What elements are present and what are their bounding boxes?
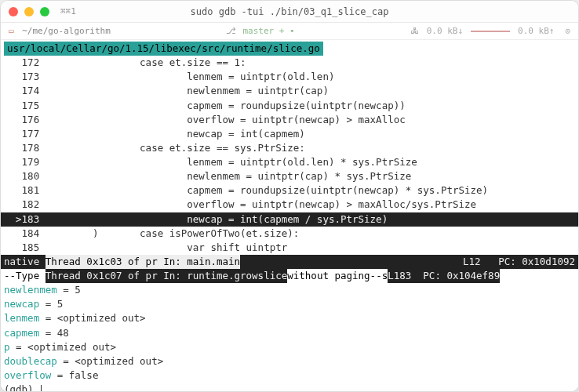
local-var: capmem = 48 [1, 326, 578, 340]
var-name: lenmem [4, 312, 39, 324]
var-value: = <optimized out> [10, 341, 116, 353]
source-line: 185 var shift uintptr [1, 241, 578, 255]
source-line: 180 newlenmem = uintptr(cap) * sys.PtrSi… [1, 169, 578, 183]
git-branch[interactable]: ⎇ master + • [226, 26, 295, 36]
terminal-body[interactable]: usr/local/Cellar/go/1.15/libexec/src/run… [1, 40, 578, 391]
type-prefix: --Type [4, 269, 46, 283]
source-pane: 172 case et.size == 1: 173 lenmem = uint… [1, 56, 578, 255]
var-value: = false [51, 369, 98, 381]
var-value: = 5 [57, 284, 81, 296]
net-graph [471, 31, 510, 32]
source-line: 182 overflow = uintptr(newcap) > maxAllo… [1, 198, 578, 212]
var-name: p [4, 341, 10, 353]
shortcut-label: ⌘⌘1 [60, 6, 76, 16]
var-name: newlenmem [4, 284, 57, 296]
cursor-icon [41, 385, 42, 392]
gdb-prompt[interactable]: (gdb) [1, 383, 578, 391]
thread-bar-native: native Thread 0x1c03 of pr In: main.main… [1, 255, 578, 269]
thread-bar-type: --Type Thread 0x1c07 of pr In: runtime.g… [1, 269, 578, 283]
var-name: doublecap [4, 355, 57, 367]
locals-pane: newlenmem = 5newcap = 5lenmem = <optimiz… [1, 283, 578, 383]
terminal-window: ⌘⌘1 sudo gdb -tui ./bin/03_q1_slice_cap … [0, 0, 579, 392]
branch-icon: ⎇ [226, 26, 236, 36]
var-value: = 48 [39, 327, 69, 339]
var-name: capmem [4, 327, 39, 339]
var-value: = 5 [39, 298, 63, 310]
thread-native-hl: Thread 0x1c03 of pr In: main.main [46, 255, 240, 269]
local-var: newlenmem = 5 [1, 283, 578, 297]
net-icon: 🖧 [410, 26, 419, 36]
net-down: 0.0 kB↓ [427, 26, 463, 36]
source-line: 176 overflow = uintptr(newcap) > maxAllo… [1, 113, 578, 127]
local-var: p = <optimized out> [1, 340, 578, 354]
type-mid: without paging--s [287, 269, 388, 283]
var-value: = <optimized out> [39, 312, 145, 324]
local-var: overflow = false [1, 368, 578, 383]
var-name: newcap [4, 298, 39, 310]
local-var: newcap = 5 [1, 297, 578, 311]
source-line: 172 case et.size == 1: [1, 56, 578, 70]
source-line: 178 case et.size == sys.PtrSize: [1, 141, 578, 155]
close-icon[interactable] [9, 7, 18, 16]
local-var: lenmem = <optimized out> [1, 311, 578, 325]
maximize-icon[interactable] [40, 7, 49, 16]
network-stats: 🖧 0.0 kB↓ 0.0 kB↑ [410, 26, 555, 36]
local-var: doublecap = <optimized out> [1, 354, 578, 368]
window-title: sudo gdb -tui ./bin/03_q1_slice_cap [191, 6, 389, 17]
source-line: >183 newcap = int(capmem / sys.PtrSize) [1, 212, 578, 227]
source-line: 175 capmem = roundupsize(uintptr(newcap)… [1, 99, 578, 113]
source-line: 173 lenmem = uintptr(old.len) [1, 70, 578, 84]
source-line: 181 capmem = roundupsize(uintptr(newcap)… [1, 183, 578, 198]
traffic-lights [9, 7, 49, 16]
folder-icon: ▭ [9, 26, 14, 36]
type-right: L183 PC: 0x104ef89 [388, 269, 500, 283]
source-line: 177 newcap = int(capmem) [1, 127, 578, 141]
net-up: 0.0 kB↑ [518, 26, 554, 36]
settings-icon[interactable]: ⊙ [565, 26, 570, 36]
source-line: 184 ) case isPowerOfTwo(et.size): [1, 227, 578, 241]
type-hl1: Thread 0x1c07 of pr In: runtime.growslic… [46, 269, 288, 283]
source-line: 179 lenmem = uintptr(old.len) * sys.PtrS… [1, 155, 578, 169]
source-line: 174 newlenmem = uintptr(cap) [1, 84, 578, 98]
thread-native-prefix: native [4, 255, 46, 269]
thread-native-right: L12 PC: 0x10d1092 [463, 255, 575, 269]
minimize-icon[interactable] [24, 7, 34, 16]
source-path-header: usr/local/Cellar/go/1.15/libexec/src/run… [4, 42, 323, 56]
var-value: = <optimized out> [57, 355, 163, 367]
status-bar: ▭ ~/me/go-algorithm ⎇ master + • 🖧 0.0 k… [1, 23, 578, 40]
folder-path[interactable]: ▭ ~/me/go-algorithm [9, 26, 111, 36]
var-name: overflow [4, 369, 51, 381]
titlebar: ⌘⌘1 sudo gdb -tui ./bin/03_q1_slice_cap [1, 1, 578, 23]
